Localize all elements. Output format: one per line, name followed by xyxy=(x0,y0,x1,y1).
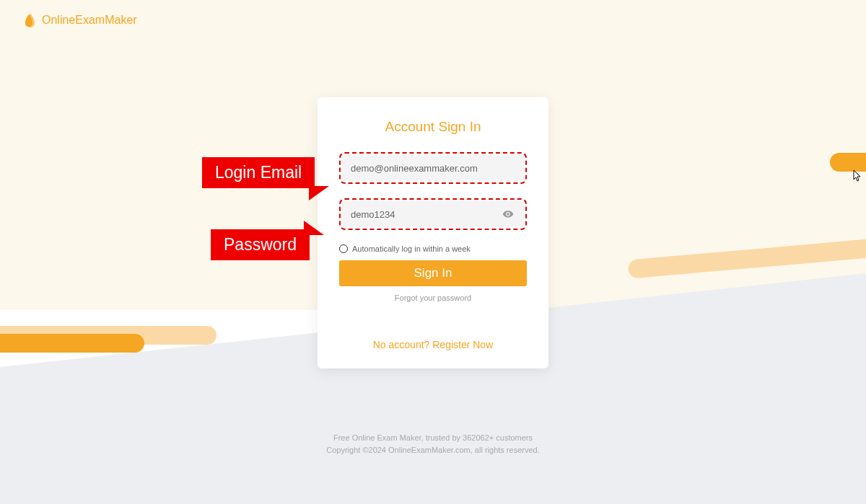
password-input[interactable] xyxy=(342,201,524,227)
email-input[interactable] xyxy=(342,155,524,181)
signin-button[interactable]: Sign In xyxy=(339,260,527,286)
callout-label: Password xyxy=(224,235,297,254)
password-input-wrap xyxy=(339,198,527,230)
signin-card: Account Sign In Automatically log in wit… xyxy=(318,97,548,368)
decorative-pill xyxy=(0,334,144,353)
callout-login-email: Login Email xyxy=(202,157,315,188)
cursor-icon xyxy=(852,169,862,182)
logo-icon xyxy=(22,12,39,29)
callout-label: Login Email xyxy=(215,163,302,182)
footer-line2: Copyright ©2024 OnlineExamMaker.com, all… xyxy=(326,444,539,457)
register-link[interactable]: No account? Register Now xyxy=(373,339,494,350)
callout-password: Password xyxy=(211,229,310,260)
forgot-password-link[interactable]: Forgot your password xyxy=(339,293,527,302)
callout-arrow-icon xyxy=(304,221,324,235)
logo[interactable]: OnlineExamMaker xyxy=(22,12,137,29)
eye-icon[interactable] xyxy=(502,208,514,220)
remember-label: Automatically log in within a week xyxy=(352,244,471,253)
checkbox-icon xyxy=(339,244,348,253)
footer: Free Online Exam Maker, trusted by 36206… xyxy=(326,432,539,457)
footer-line1: Free Online Exam Maker, trusted by 36206… xyxy=(326,432,539,445)
email-input-wrap xyxy=(339,152,527,184)
callout-arrow-icon xyxy=(309,186,329,200)
logo-text: OnlineExamMaker xyxy=(42,14,137,27)
remember-checkbox-row[interactable]: Automatically log in within a week xyxy=(339,244,527,253)
card-title: Account Sign In xyxy=(339,119,527,135)
